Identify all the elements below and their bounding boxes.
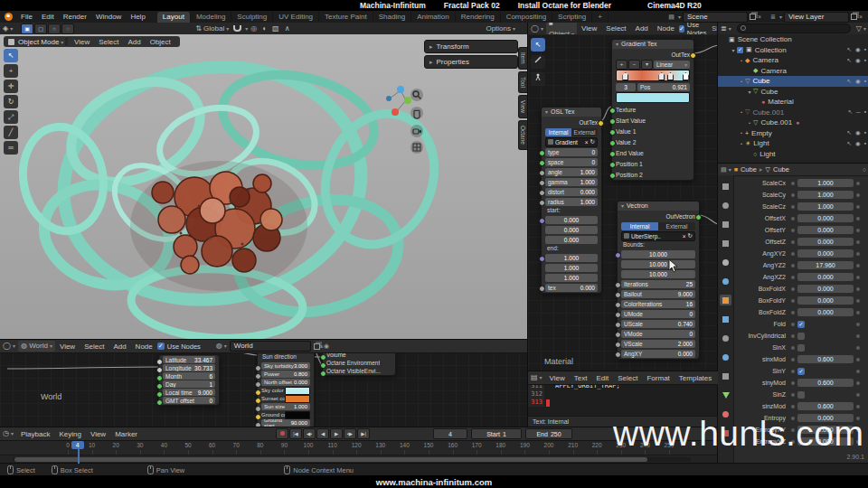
- animate-dot[interactable]: [791, 193, 795, 197]
- prev-keyframe-button[interactable]: ◀▪: [303, 428, 316, 439]
- node-param-field[interactable]: UScale0.740: [621, 320, 695, 328]
- ortho-grid-icon[interactable]: [410, 141, 423, 154]
- workspace-tab-uv-editing[interactable]: UV Editing: [273, 12, 319, 23]
- node-select-tool[interactable]: ↖: [531, 38, 545, 52]
- node-param-field[interactable]: Month6: [163, 372, 215, 380]
- input-socket[interactable]: [609, 151, 616, 157]
- expand-icon[interactable]: ▾: [730, 47, 737, 53]
- npanel-tab-item[interactable]: Item: [518, 47, 527, 70]
- property-value-field[interactable]: 0.000: [797, 249, 854, 258]
- properties-tab-modifiers[interactable]: [720, 314, 731, 324]
- viewport-menu-view[interactable]: View: [70, 36, 94, 48]
- zoom-icon[interactable]: [410, 89, 423, 101]
- snap-magnet-icon[interactable]: [233, 25, 241, 32]
- world-shader-type-icon[interactable]: ◯▾: [0, 341, 18, 352]
- world-type-dropdown[interactable]: ◍ World▾: [18, 341, 55, 352]
- decorator-dot[interactable]: [856, 370, 860, 373]
- select-box-button[interactable]: ▢: [34, 23, 47, 34]
- node-param-field[interactable]: Sky turbidity3.000: [261, 362, 310, 370]
- record-button[interactable]: [276, 428, 288, 439]
- node-param-field[interactable]: Latitude33.467: [163, 356, 215, 363]
- input-socket[interactable]: [255, 389, 261, 396]
- scene-name[interactable]: Scene: [683, 12, 748, 23]
- outliner-filter-icon[interactable]: ▽▾: [854, 23, 868, 34]
- swatch-field[interactable]: [285, 395, 310, 403]
- input-socket[interactable]: [615, 312, 621, 318]
- breadcrumb-object[interactable]: Cube: [741, 165, 757, 174]
- property-value-field[interactable]: 0.600: [797, 402, 854, 411]
- workspace-tab-compositing[interactable]: Compositing: [501, 12, 552, 23]
- node-param-field[interactable]: VScale2.000: [621, 340, 695, 348]
- node-param-field[interactable]: AngXY0.000: [621, 350, 695, 358]
- new-view-layer-icon[interactable]: [851, 14, 857, 20]
- viewport-measure-tool[interactable]: ═: [4, 141, 18, 155]
- world-output-node[interactable]: VolumeOctane EnvironmentOctane VisibleEn…: [322, 350, 396, 376]
- node-title[interactable]: ▾Vectron: [618, 202, 699, 211]
- input-socket[interactable]: [255, 365, 261, 371]
- properties-tab-tool[interactable]: [720, 181, 731, 192]
- decorator-dot[interactable]: [856, 193, 860, 197]
- input-socket[interactable]: [255, 406, 261, 412]
- input-socket[interactable]: [615, 302, 621, 308]
- text-menu-format[interactable]: Format: [642, 372, 674, 384]
- remove-stop-button[interactable]: −: [628, 60, 640, 70]
- properties-tab-data[interactable]: [720, 389, 731, 400]
- node-vector-field[interactable]: 0.000: [545, 226, 598, 234]
- menu-help[interactable]: Help: [126, 11, 149, 23]
- input-socket[interactable]: [615, 282, 621, 288]
- outliner-display-mode-icon[interactable]: ≣▾: [718, 23, 734, 34]
- orientation-dropdown[interactable]: ⇅ Global▾: [193, 23, 231, 34]
- render-camera-icon[interactable]: ▪: [864, 57, 866, 64]
- animate-dot[interactable]: [791, 264, 795, 267]
- remove-view-layer-icon[interactable]: ×: [859, 14, 863, 20]
- selectable-icon[interactable]: ↖: [848, 108, 853, 116]
- node-param-field[interactable]: Longitude30.733: [163, 364, 215, 371]
- properties-tab-physics[interactable]: [720, 352, 731, 362]
- properties-editor-icon[interactable]: ▤▾: [721, 166, 731, 174]
- internal-button[interactable]: Internal: [621, 222, 658, 230]
- frame-start-field[interactable]: Start1: [471, 428, 522, 439]
- properties-tab-output[interactable]: [720, 219, 731, 230]
- shader-object-dropdown[interactable]: ■ Object▾: [546, 23, 577, 34]
- input-socket[interactable]: [615, 322, 621, 328]
- viewport-menu-object[interactable]: Object: [146, 36, 175, 48]
- animate-dot[interactable]: [791, 323, 795, 326]
- viewport-annotate-tool[interactable]: ╱: [4, 126, 18, 139]
- property-value-field[interactable]: 0.000: [797, 273, 854, 282]
- viewport-cursor-tool[interactable]: +: [4, 64, 18, 78]
- outliner-search-input[interactable]: [737, 23, 851, 33]
- shader-menu-view[interactable]: View: [577, 23, 601, 34]
- outliner-item-label[interactable]: Collection: [755, 46, 787, 54]
- world-new-icon[interactable]: [314, 343, 320, 350]
- proportional-edit-icon[interactable]: ◎: [248, 23, 259, 34]
- reload-script-icon[interactable]: ↻: [590, 138, 595, 145]
- animate-dot[interactable]: [791, 334, 795, 338]
- animate-dot[interactable]: [791, 252, 795, 256]
- options-dropdown[interactable]: Options▾: [483, 23, 518, 34]
- links-cut-tool-icon[interactable]: [531, 72, 545, 86]
- view-layer-name[interactable]: View Layer: [784, 12, 849, 23]
- world-menu-select[interactable]: Select: [80, 341, 108, 352]
- decorator-dot[interactable]: [856, 334, 860, 338]
- texture-environment-node[interactable]: Sun directionSky turbidity3.000Power0.80…: [257, 351, 315, 427]
- property-value-field[interactable]: 0.600: [797, 379, 854, 388]
- node-vector-field[interactable]: 1.000: [545, 254, 598, 262]
- daylight-node[interactable]: Latitude33.467Longitude30.733Month6Day1L…: [158, 354, 220, 406]
- shader-menu-node[interactable]: Node: [653, 23, 679, 34]
- pan-hand-icon[interactable]: [410, 107, 423, 119]
- outliner-row[interactable]: ▣Scene Collection: [718, 34, 868, 45]
- outliner-item-label[interactable]: Material: [768, 98, 793, 106]
- node-title[interactable]: ▾Gradient Tex: [612, 40, 693, 49]
- menu-window[interactable]: Window: [91, 11, 126, 23]
- swatch-field[interactable]: [285, 387, 310, 395]
- viewport-rotate-tool[interactable]: ↻: [4, 95, 18, 108]
- select-circle-button[interactable]: ○: [48, 23, 61, 34]
- text-menu-text[interactable]: Text: [570, 372, 592, 384]
- outliner-item-label[interactable]: Light: [753, 139, 769, 147]
- render-camera-icon[interactable]: ▪: [864, 108, 866, 116]
- visibility-eye-icon[interactable]: ─: [856, 108, 861, 116]
- input-socket[interactable]: [320, 362, 326, 369]
- property-checkbox[interactable]: ✓: [797, 321, 805, 328]
- property-value-field[interactable]: 0.000: [797, 226, 854, 235]
- decorator-dot[interactable]: [856, 276, 860, 279]
